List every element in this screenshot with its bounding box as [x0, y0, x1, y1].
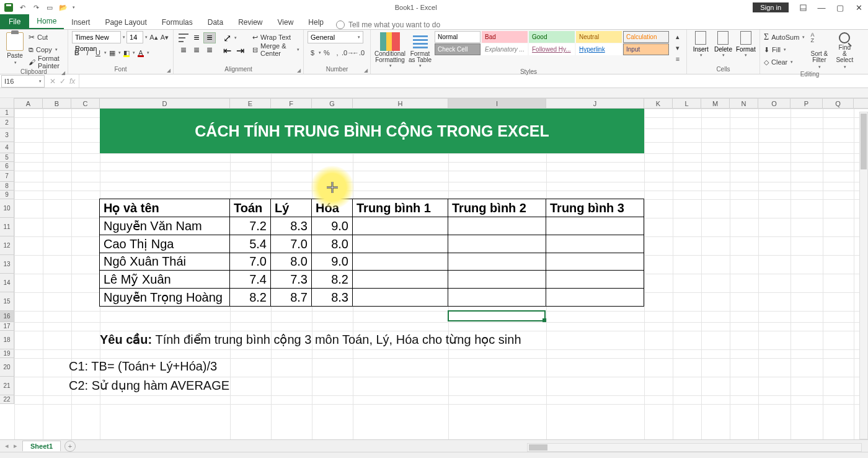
col-header-B[interactable]: B: [43, 99, 71, 108]
shrink-font-icon[interactable]: A▾: [160, 32, 169, 43]
col-header-L[interactable]: L: [673, 99, 701, 108]
col-header-D[interactable]: D: [100, 99, 230, 108]
number-format-select[interactable]: General▾: [308, 31, 363, 43]
row-header-5[interactable]: 5: [0, 153, 14, 162]
col-header-M[interactable]: M: [701, 99, 730, 108]
vertical-scrollbar[interactable]: [859, 112, 868, 439]
row-header-17[interactable]: 17: [0, 322, 14, 331]
format-painter-button[interactable]: 🖌Format Painter: [29, 56, 64, 68]
maximize-icon[interactable]: ▢: [831, 1, 849, 14]
sort-filter-button[interactable]: Sort & Filter▾: [807, 31, 831, 71]
row-header-10[interactable]: 10: [0, 199, 14, 218]
tab-data[interactable]: Data: [200, 16, 231, 29]
tab-help[interactable]: Help: [301, 16, 331, 29]
wrap-text-button[interactable]: ↩Wrap Text: [252, 31, 299, 43]
select-all-corner[interactable]: [0, 98, 14, 109]
fill-button[interactable]: ⬇Fill▾: [764, 43, 805, 56]
tab-insert[interactable]: Insert: [64, 16, 97, 29]
fill-color-button[interactable]: ◧: [122, 47, 131, 58]
add-sheet-button[interactable]: +: [64, 441, 76, 452]
col-header-K[interactable]: K: [644, 99, 673, 108]
col-header-I[interactable]: I: [448, 99, 546, 108]
style-followed-hy-[interactable]: Followed Hy...: [529, 43, 575, 55]
column-headers[interactable]: ABCDEFGHIJKLMNOPQ: [14, 98, 868, 109]
row-header-7[interactable]: 7: [0, 171, 14, 182]
row-header-4[interactable]: 4: [0, 142, 14, 153]
format-as-table-button[interactable]: Format as Table▾: [408, 31, 432, 68]
col-header-O[interactable]: O: [758, 99, 790, 108]
style-explanatory-[interactable]: Explanatory ...: [482, 43, 528, 55]
row-headers[interactable]: 12345678910111213141516171819202122: [0, 109, 14, 404]
save-icon[interactable]: [4, 2, 14, 12]
col-header-Q[interactable]: Q: [823, 99, 854, 108]
redo-icon[interactable]: ↷: [31, 2, 41, 12]
col-header-F[interactable]: F: [271, 99, 312, 108]
orientation-icon[interactable]: ⤢: [221, 32, 233, 43]
col-header-N[interactable]: N: [730, 99, 758, 108]
style-calculation[interactable]: Calculation: [623, 31, 669, 43]
row-header-22[interactable]: 22: [0, 395, 14, 404]
alignment-dialog-icon[interactable]: ◢: [297, 68, 301, 73]
autosum-button[interactable]: ΣAutoSum▾: [764, 31, 805, 43]
col-header-G[interactable]: G: [312, 99, 353, 108]
col-header-A[interactable]: A: [14, 99, 43, 108]
col-header-C[interactable]: C: [71, 99, 100, 108]
sheet-tab-1[interactable]: Sheet1: [22, 441, 61, 451]
delete-cells-button[interactable]: Delete▾: [713, 31, 733, 58]
clipboard-dialog-icon[interactable]: ◢: [61, 70, 65, 76]
row-header-2[interactable]: 2: [0, 117, 14, 128]
insert-function-icon[interactable]: fx: [69, 77, 75, 86]
sheet-next-icon[interactable]: ▸: [14, 442, 17, 450]
row-header-13[interactable]: 13: [0, 255, 14, 274]
comma-format-icon[interactable]: ,: [332, 47, 342, 58]
align-center-icon[interactable]: ≡: [190, 45, 203, 56]
sheet-nav[interactable]: ◂▸: [0, 442, 22, 450]
paste-button[interactable]: Paste ▾: [4, 31, 26, 66]
tab-view[interactable]: View: [270, 16, 301, 29]
col-header-P[interactable]: P: [790, 99, 823, 108]
find-select-button[interactable]: Find & Select▾: [833, 31, 856, 71]
row-header-20[interactable]: 20: [0, 358, 14, 377]
name-box[interactable]: I16▾: [1, 75, 45, 88]
style-good[interactable]: Good: [529, 31, 575, 43]
tell-me-search[interactable]: Tell me what you want to do: [331, 20, 445, 29]
cell-styles-gallery[interactable]: NormalBadGoodNeutralCalculationCheck Cel…: [435, 31, 669, 55]
worksheet-grid[interactable]: ABCDEFGHIJKLMNOPQ 1234567891011121314151…: [0, 98, 868, 441]
style-bad[interactable]: Bad: [482, 31, 528, 43]
style-hyperlink[interactable]: Hyperlink: [576, 43, 622, 55]
sheet-prev-icon[interactable]: ◂: [5, 442, 9, 450]
accept-formula-icon[interactable]: ✓: [60, 77, 66, 86]
row-header-12[interactable]: 12: [0, 236, 14, 255]
font-color-button[interactable]: A: [136, 47, 146, 58]
row-header-8[interactable]: 8: [0, 182, 14, 191]
style-normal[interactable]: Normal: [435, 31, 480, 43]
new-file-icon[interactable]: ▭: [45, 2, 55, 12]
row-header-14[interactable]: 14: [0, 274, 14, 292]
col-header-H[interactable]: H: [353, 99, 448, 108]
horizontal-scrollbar[interactable]: [527, 443, 862, 452]
gallery-down-icon[interactable]: ▾: [673, 42, 683, 53]
row-header-15[interactable]: 15: [0, 292, 14, 311]
decrease-decimal-icon[interactable]: ←.0: [353, 47, 363, 58]
merge-center-button[interactable]: ⊟Merge & Center▾: [252, 43, 299, 56]
style-input[interactable]: Input: [623, 43, 669, 55]
percent-format-icon[interactable]: %: [322, 47, 332, 58]
borders-button[interactable]: ▦: [107, 47, 117, 58]
minimize-icon[interactable]: —: [812, 1, 831, 14]
underline-button[interactable]: U: [93, 47, 103, 58]
ribbon-options-icon[interactable]: [794, 1, 812, 14]
sign-in-button[interactable]: Sign in: [753, 2, 789, 12]
cut-button[interactable]: ✂Cut: [29, 31, 64, 43]
bold-button[interactable]: B: [72, 47, 82, 58]
row-header-3[interactable]: 3: [0, 128, 14, 142]
formula-input[interactable]: [79, 74, 868, 88]
tab-review[interactable]: Review: [231, 16, 270, 29]
align-middle-icon[interactable]: ≡: [190, 32, 203, 43]
row-header-16[interactable]: 16: [0, 311, 14, 322]
cancel-formula-icon[interactable]: ✕: [50, 77, 56, 86]
format-cells-button[interactable]: Format▾: [736, 31, 756, 58]
italic-button[interactable]: I: [82, 47, 92, 58]
grow-font-icon[interactable]: A▴: [149, 32, 158, 43]
style-neutral[interactable]: Neutral: [576, 31, 622, 43]
accounting-format-icon[interactable]: $: [308, 47, 317, 58]
